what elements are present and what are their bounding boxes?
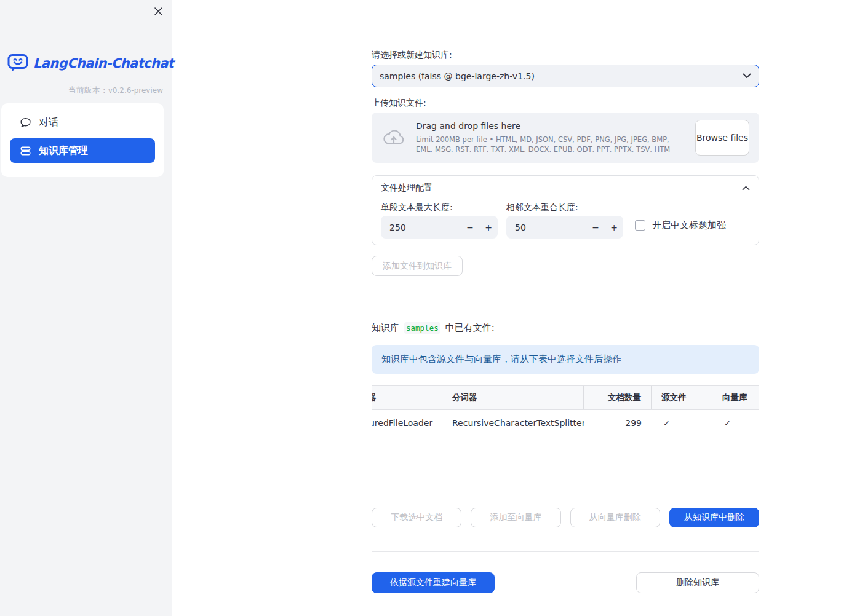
table-header-row: 器 分词器 文档数量 源文件 向量库 [372,386,759,410]
version-info: 当前版本：v0.2.6-preview [68,85,163,96]
expander-header[interactable]: 文件处理配置 [372,176,759,194]
rebuild-vector-store-button[interactable]: 依据源文件重建向量库 [372,572,495,593]
chat-bubble-icon [20,117,31,128]
kb-select-dropdown[interactable]: samples (faiss @ bge-large-zh-v1.5) [372,65,759,87]
file-config-expander: 文件处理配置 单段文本最大长度: 相邻文本重合长度: 250 − + 50 − … [372,175,759,245]
add-to-vector-store-button[interactable]: 添加至向量库 [471,508,560,527]
main-content: 请选择或新建知识库: samples (faiss @ bge-large-zh… [372,0,759,616]
divider [372,551,759,552]
chunk-size-label: 单段文本最大长度: [381,202,453,213]
zh-title-enhance-checkbox[interactable]: 开启中文标题加强 [635,219,726,231]
column-header-vector-store: 向量库 [712,386,757,409]
sidebar-close-button[interactable] [152,5,164,17]
cloud-upload-icon [381,128,406,148]
delete-kb-button[interactable]: 删除知识库 [636,572,759,593]
chevron-down-icon [743,73,751,79]
delete-from-vector-store-button[interactable]: 从向量库删除 [570,508,660,527]
delete-from-kb-button[interactable]: 从知识库中删除 [669,508,759,527]
cell-splitter: RecursiveCharacterTextSplitter [442,410,584,436]
version-label: 当前版本： [68,85,108,95]
info-message: 知识库中包含源文件与向量库，请从下表中选择文件后操作 [381,353,621,365]
sidebar-item-label: 知识库管理 [39,144,88,157]
sidebar-item-label: 对话 [39,116,58,129]
zh-title-enhance-label: 开启中文标题加强 [652,219,726,231]
chunk-overlap-label: 相邻文本重合长度: [506,202,578,213]
uploader-limit-text: Limit 200MB per file • HTML, MD, JSON, C… [416,135,685,154]
increment-button[interactable]: + [479,216,498,239]
cell-docs-count: 299 [584,410,652,436]
upload-label: 上传知识文件: [372,98,426,109]
file-uploader-dropzone[interactable]: Drag and drop files here Limit 200MB per… [372,113,759,163]
column-header-splitter: 分词器 [442,386,584,409]
uploader-text-block: Drag and drop files here Limit 200MB per… [416,121,685,154]
info-banner: 知识库中包含源文件与向量库，请从下表中选择文件后操作 [372,345,759,374]
chunk-size-value: 250 [389,223,461,232]
cell-vector-check: ✓ [712,410,757,436]
checkbox-icon [635,220,645,231]
expander-title: 文件处理配置 [381,183,432,194]
browse-files-button[interactable]: Browse files [695,120,749,156]
chunk-size-input[interactable]: 250 − + [381,216,498,239]
kb-select-label: 请选择或新建知识库: [372,50,452,61]
kb-files-prefix: 知识库 [372,322,399,334]
decrement-button[interactable]: − [461,216,479,239]
file-action-buttons: 下载选中文档 添加至向量库 从向量库删除 从知识库中删除 [372,508,759,527]
sidebar-item-dialogue[interactable]: 对话 [10,110,155,135]
kb-files-suffix: 中已有文件: [445,322,495,334]
kb-management-buttons: 依据源文件重建向量库 删除知识库 [372,572,759,593]
decrement-button[interactable]: − [586,216,605,239]
kb-files-heading: 知识库 samples 中已有文件: [372,322,495,334]
column-header-docs-count: 文档数量 [584,386,652,409]
kb-name-code: samples [404,322,440,334]
increment-button[interactable]: + [605,216,623,239]
cell-source-check: ✓ [652,410,712,436]
chat-smiley-logo-icon [7,53,28,73]
column-header-source-file: 源文件 [652,386,712,409]
add-files-to-kb-button[interactable]: 添加文件到知识库 [372,256,463,276]
app-window: LangChain-Chatchat 当前版本：v0.2.6-preview 对… [0,0,849,616]
version-value: v0.2.6-preview [108,86,163,95]
sidebar-menu: 对话 知识库管理 [1,103,164,177]
uploader-title: Drag and drop files here [416,121,685,131]
divider [372,302,759,302]
column-header-loader: 器 [372,386,442,409]
kb-files-table: 器 分词器 文档数量 源文件 向量库 uredFileLoader Recurs… [372,385,759,492]
cell-loader: uredFileLoader [372,410,442,436]
brand-logo: LangChain-Chatchat [7,53,173,73]
sidebar-item-knowledge-base[interactable]: 知识库管理 [10,138,155,163]
close-icon [154,7,163,16]
kb-selected-value: samples (faiss @ bge-large-zh-v1.5) [380,71,743,81]
chunk-overlap-value: 50 [515,223,586,232]
table-row[interactable]: uredFileLoader RecursiveCharacterTextSpl… [372,410,759,436]
app-title: LangChain-Chatchat [33,56,173,71]
chevron-up-icon [742,186,750,191]
chunk-overlap-input[interactable]: 50 − + [506,216,623,239]
stack-icon [20,146,31,156]
download-selected-button[interactable]: 下载选中文档 [372,508,461,527]
sidebar: LangChain-Chatchat 当前版本：v0.2.6-preview 对… [0,0,172,616]
